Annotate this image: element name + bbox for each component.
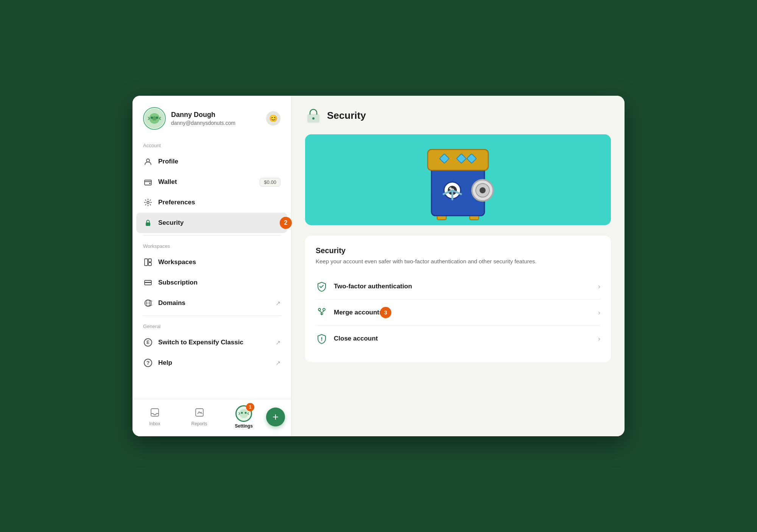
workspaces-section-label: Workspaces [132, 238, 291, 252]
sidebar-item-preferences[interactable]: Preferences [132, 192, 291, 213]
svg-rect-7 [149, 183, 151, 184]
sidebar-header: Danny Dough danny@dannysdonuts.com 😊 [132, 96, 291, 137]
grid-icon [143, 257, 153, 267]
fab-add-button[interactable]: + [266, 408, 285, 426]
divider-2 [143, 316, 280, 316]
svg-point-23 [312, 117, 315, 120]
sidebar-item-help[interactable]: ? Help ↗ [132, 353, 291, 373]
avatar[interactable] [143, 107, 166, 130]
app-container: Danny Dough danny@dannysdonuts.com 😊 Acc… [132, 96, 625, 436]
svg-point-5 [146, 159, 150, 162]
bottom-nav-settings[interactable]: 1 Settings [221, 403, 266, 431]
account-section-label: Account [132, 137, 291, 151]
close-chevron: › [598, 335, 600, 343]
close-account-label: Close account [334, 335, 592, 342]
svg-point-42 [443, 166, 446, 169]
preferences-label: Preferences [158, 199, 280, 206]
svg-rect-11 [148, 259, 151, 262]
svg-point-46 [466, 166, 469, 169]
security-section-title: Security [316, 246, 600, 255]
bottom-nav-reports[interactable]: Reports [177, 405, 222, 429]
svg-rect-9 [146, 222, 150, 226]
domains-external-icon: ↗ [276, 300, 280, 307]
card-icon [143, 278, 153, 288]
wallet-icon [143, 177, 153, 187]
subscription-label: Subscription [158, 279, 280, 286]
expensify-icon: E [143, 338, 153, 347]
main-content: Security [291, 96, 625, 436]
svg-rect-10 [145, 259, 148, 266]
reports-nav-label: Reports [191, 421, 207, 426]
sidebar-item-domains[interactable]: Domains ↗ [132, 293, 291, 313]
user-email: danny@dannysdonuts.com [171, 120, 261, 126]
domains-label: Domains [158, 299, 270, 307]
page-title: Security [327, 110, 366, 121]
svg-point-20 [241, 412, 243, 414]
security-section-desc: Keep your account even safer with two-fa… [316, 258, 600, 264]
svg-rect-12 [148, 263, 151, 266]
security-section: Security Keep your account even safer wi… [305, 236, 611, 362]
safe-illustration [420, 138, 496, 221]
general-section-label: General [132, 318, 291, 332]
security-label: Security [158, 219, 280, 227]
inbox-icon [150, 408, 160, 420]
switch-external-icon: ↗ [276, 339, 280, 346]
question-icon: ? [143, 358, 153, 368]
workspaces-label: Workspaces [158, 258, 280, 266]
svg-rect-17 [151, 409, 159, 416]
svg-point-37 [449, 187, 452, 190]
2fa-label: Two-factor authentication [334, 283, 592, 290]
avatar-inner [145, 109, 164, 128]
settings-step-badge: 1 [246, 403, 254, 411]
svg-point-8 [147, 201, 149, 204]
svg-point-43 [449, 166, 452, 169]
shield-check-icon [316, 280, 328, 292]
bottom-nav: Inbox Reports [132, 399, 291, 436]
merge-label: Merge accounts [334, 309, 592, 316]
help-external-icon: ↗ [276, 359, 280, 367]
sidebar-item-workspaces[interactable]: Workspaces [132, 252, 291, 272]
sidebar-item-subscription[interactable]: Subscription [132, 272, 291, 293]
globe-icon [143, 298, 153, 308]
merge-chevron: › [598, 309, 600, 317]
sidebar-item-switch[interactable]: E Switch to Expensify Classic ↗ [132, 332, 291, 353]
page-header: Security [305, 107, 611, 124]
wallet-badge: $0.00 [260, 178, 280, 187]
security-item-close[interactable]: Close account › [316, 326, 600, 352]
gear-icon [143, 198, 153, 207]
svg-point-44 [455, 166, 458, 169]
svg-point-4 [152, 116, 157, 121]
2fa-chevron: › [598, 283, 600, 291]
security-item-merge[interactable]: Merge accounts 3 › [316, 300, 600, 326]
inbox-nav-label: Inbox [149, 421, 160, 426]
svg-point-33 [480, 187, 486, 193]
svg-point-41 [438, 166, 441, 169]
settings-badge-container: 1 [235, 405, 252, 422]
warning-shield-icon [316, 333, 328, 345]
divider-1 [143, 235, 280, 236]
bottom-nav-inbox[interactable]: Inbox [132, 405, 177, 429]
settings-nav-label: Settings [235, 423, 253, 429]
sidebar: Danny Dough danny@dannysdonuts.com 😊 Acc… [132, 96, 291, 436]
hero-banner [305, 134, 611, 225]
security-item-2fa[interactable]: Two-factor authentication › [316, 274, 600, 300]
emoji-status-button[interactable]: 😊 [266, 111, 280, 126]
svg-point-21 [245, 412, 247, 414]
user-name: Danny Dough [171, 111, 261, 119]
svg-point-45 [460, 166, 463, 169]
sidebar-item-security[interactable]: Security 2 [136, 213, 287, 233]
user-info: Danny Dough danny@dannysdonuts.com [171, 111, 261, 126]
switch-label: Switch to Expensify Classic [158, 339, 270, 346]
sidebar-item-wallet[interactable]: Wallet $0.00 [132, 172, 291, 192]
person-icon [143, 157, 153, 166]
svg-point-19 [239, 409, 248, 418]
help-label: Help [158, 359, 270, 367]
merge-step-badge: 3 [380, 307, 391, 318]
reports-icon [195, 408, 204, 420]
page-security-icon [305, 107, 322, 124]
lock-icon [143, 218, 153, 228]
wallet-label: Wallet [158, 178, 254, 186]
sidebar-item-profile[interactable]: Profile [132, 151, 291, 172]
svg-rect-6 [145, 180, 151, 185]
merge-icon [316, 306, 328, 319]
